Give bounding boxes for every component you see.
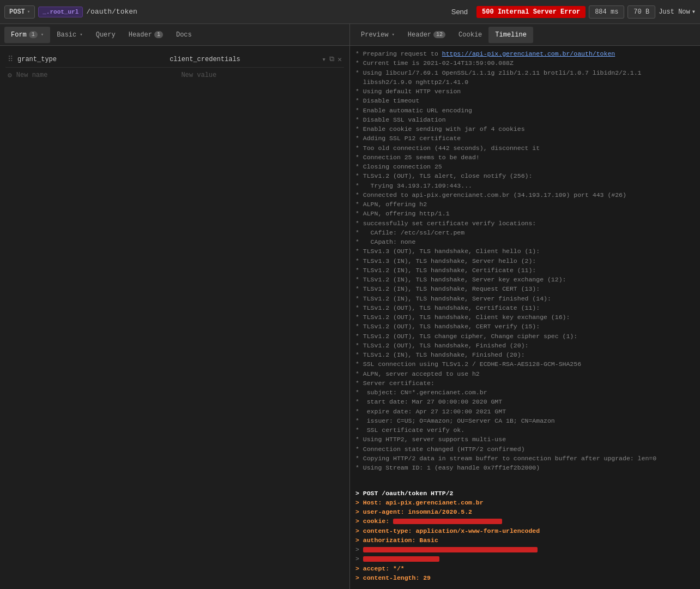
method-label: POST <box>9 8 25 16</box>
tab-header[interactable]: Header 1 <box>122 27 170 43</box>
tab-bar: Form 1 ▾ Basic ▾ Query Header 1 Docs Pre… <box>0 24 700 46</box>
timeline-line: * start date: Mar 27 00:00:00 2020 GMT <box>355 397 695 406</box>
form-row-actions: ▾ ⧉ ✕ <box>322 55 342 64</box>
form-delete-icon[interactable]: ✕ <box>337 55 342 64</box>
timeline-line: * successfully set certificate verify lo… <box>355 219 695 228</box>
status-badge: 500 Internal Server Error <box>476 6 586 18</box>
timeline-link[interactable]: https://api-pix.gerencianet.com.br/oauth… <box>442 50 615 57</box>
timeline-line: * SSL connection using TLSv1.2 / ECDHE-R… <box>355 359 695 369</box>
new-value-placeholder[interactable]: New value <box>181 71 342 79</box>
top-bar: POST ▾ _.root_url /oauth/token Send 500 … <box>0 0 700 24</box>
timeline-line: * Closing connection 25 <box>355 162 695 171</box>
timeline-line: * Preparing request to https://api-pix.g… <box>355 49 695 58</box>
timeline-line: * TLSv1.3 (IN), TLS handshake, Server he… <box>355 256 695 266</box>
timeline-line: * TLSv1.2 (IN), TLS handshake, Request C… <box>355 284 695 293</box>
timestamp-chevron-icon: ▾ <box>692 8 696 16</box>
left-panel: ⠿ grant_type client_credentials ▾ ⧉ ✕ ⚙ … <box>0 46 350 589</box>
timeline-line: * Too old connection (442 seconds), disc… <box>355 143 695 153</box>
tab-timeline[interactable]: Timeline <box>488 27 533 43</box>
timeline-line: * TLSv1.2 (IN), TLS handshake, Server fi… <box>355 294 695 303</box>
redacted-cookie <box>393 519 502 524</box>
main-content: ⠿ grant_type client_credentials ▾ ⧉ ✕ ⚙ … <box>0 46 700 589</box>
tab-query[interactable]: Query <box>89 27 122 43</box>
timeline-line: * ALPN, server accepted to use h2 <box>355 369 695 378</box>
timeline-line: * Adding SSL P12 certificate <box>355 134 695 143</box>
method-chevron-icon: ▾ <box>27 9 30 15</box>
form-key[interactable]: grant_type <box>17 56 165 63</box>
form-copy-icon[interactable]: ⧉ <box>329 55 334 64</box>
timestamp-label: Just Now ▾ <box>659 8 696 16</box>
timeline-panel: * Preparing request to https://api-pix.g… <box>350 46 700 589</box>
timeline-header-line: > content-length: 29 <box>355 573 695 582</box>
gear-icon: ⚙ <box>8 71 12 80</box>
tab-form[interactable]: Form 1 ▾ <box>4 27 50 43</box>
timeline-line: * TLSv1.2 (OUT), TLS alert, close notify… <box>355 171 695 181</box>
timeline-line: * ALPN, offering http/1.1 <box>355 209 695 218</box>
timeline-line: * TLSv1.2 (IN), TLS handshake, Server ke… <box>355 275 695 284</box>
timeline-line: * Connection 25 seems to be dead! <box>355 153 695 162</box>
method-selector[interactable]: POST ▾ <box>4 5 35 19</box>
left-tab-group: Form 1 ▾ Basic ▾ Query Header 1 Docs <box>0 24 350 45</box>
drag-handle-icon[interactable]: ⠿ <box>8 55 13 64</box>
timeline-line: * TLSv1.2 (OUT), TLS handshake, Client k… <box>355 312 695 322</box>
timeline-continuation-line: > <box>355 554 695 563</box>
timeline-line: * Trying 34.193.17.109:443... <box>355 181 695 190</box>
timeline-separator <box>355 586 695 589</box>
timeline-header-line: > user-agent: insomnia/2020.5.2 <box>355 507 695 516</box>
timeline-line: * TLSv1.2 (OUT), TLS change cipher, Chan… <box>355 332 695 341</box>
response-size-badge: 70 B <box>627 5 655 19</box>
tab-preview[interactable]: Preview ▾ <box>354 27 401 43</box>
timeline-separator <box>355 476 695 485</box>
timeline-line: * subject: CN=*.gerencianet.com.br <box>355 388 695 397</box>
timeline-line: * Enable automatic URL encoding <box>355 106 695 115</box>
timeline-header-line: > Host: api-pix.gerencianet.com.br <box>355 498 695 507</box>
timeline-line: * Using Stream ID: 1 (easy handle 0x7ff1… <box>355 463 695 472</box>
timeline-line: * TLSv1.2 (IN), TLS handshake, Finished … <box>355 350 695 359</box>
timeline-line: * Enable cookie sending with jar of 4 co… <box>355 124 695 134</box>
timeline-redacted-line: > <box>355 545 695 554</box>
timeline-line: * Server certificate: <box>355 378 695 388</box>
timeline-line: * SSL certificate verify ok. <box>355 425 695 435</box>
timeline-line: * Using HTTP2, server supports multi-use <box>355 435 695 444</box>
timeline-line: * Using libcurl/7.69.1 OpenSSL/1.1.1g zl… <box>355 68 695 87</box>
timeline-header-line: > content-type: application/x-www-form-u… <box>355 526 695 536</box>
timeline-line: * CAfile: /etc/ssl/cert.pem <box>355 228 695 237</box>
timeline-line: * Connection state changed (HTTP/2 confi… <box>355 444 695 454</box>
new-form-row: ⚙ New name New value <box>5 68 344 83</box>
tab-basic-chevron-icon: ▾ <box>80 32 82 38</box>
send-button[interactable]: Send <box>446 5 473 18</box>
timeline-header-line: > accept: */* <box>355 564 695 573</box>
right-tab-group: Preview ▾ Header 12 Cookie Timeline <box>350 24 700 45</box>
redacted-more <box>363 556 439 562</box>
response-time-badge: 884 ms <box>589 5 624 19</box>
timeline-line: * ALPN, offering h2 <box>355 200 695 209</box>
form-dropdown-icon[interactable]: ▾ <box>322 55 326 64</box>
timeline-line: * Connected to api-pix.gerencianet.com.b… <box>355 190 695 200</box>
timeline-request-line: > POST /oauth/token HTTP/2 <box>355 489 695 498</box>
form-row: ⠿ grant_type client_credentials ▾ ⧉ ✕ <box>5 51 344 68</box>
timeline-line: * TLSv1.3 (OUT), TLS handshake, Client h… <box>355 247 695 256</box>
timeline-line: * TLSv1.2 (OUT), TLS handshake, Finished… <box>355 341 695 350</box>
redacted-auth <box>363 547 538 552</box>
timeline-line: * TLSv1.2 (OUT), TLS handshake, CERT ver… <box>355 322 695 331</box>
tab-header-response[interactable]: Header 12 <box>401 27 452 43</box>
timeline-header-line: > authorization: Basic <box>355 536 695 545</box>
timeline-line: * Disable timeout <box>355 96 695 105</box>
url-prefix-pill[interactable]: _.root_url <box>38 7 83 17</box>
timeline-header-line: > cookie: <box>355 516 695 526</box>
timeline-line: * TLSv1.2 (OUT), TLS handshake, Certific… <box>355 303 695 312</box>
timeline-line: * Disable SSL validation <box>355 115 695 124</box>
tab-basic[interactable]: Basic ▾ <box>50 27 89 43</box>
timeline-line: * expire date: Apr 27 12:00:00 2021 GMT <box>355 407 695 416</box>
form-value[interactable]: client_credentials <box>170 56 317 63</box>
tab-form-chevron-icon: ▾ <box>41 32 44 38</box>
url-path[interactable]: /oauth/token <box>86 8 442 16</box>
timeline-line: * Current time is 2021-02-14T13:59:00.08… <box>355 58 695 68</box>
new-name-placeholder[interactable]: New name <box>16 71 177 79</box>
tab-docs[interactable]: Docs <box>170 27 198 43</box>
tab-preview-chevron-icon: ▾ <box>391 32 394 38</box>
timeline-line: * Using default HTTP version <box>355 87 695 96</box>
timeline-line: * Copying HTTP/2 data in stream buffer t… <box>355 454 695 463</box>
timeline-line: * CApath: none <box>355 237 695 247</box>
tab-cookie[interactable]: Cookie <box>452 27 488 43</box>
